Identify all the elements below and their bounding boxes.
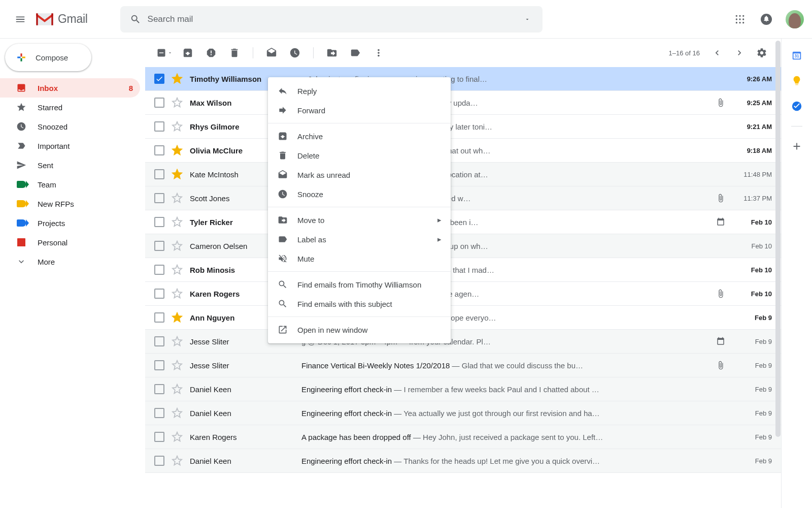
row-star[interactable] [172, 193, 183, 204]
row-checkbox[interactable] [154, 384, 164, 394]
search-options-button[interactable] [516, 8, 538, 30]
gmail-logo[interactable]: Gmail [35, 12, 88, 27]
row-checkbox[interactable] [154, 74, 164, 84]
ctx-mute[interactable]: Mute [268, 249, 451, 268]
search-button[interactable] [124, 8, 147, 30]
row-checkbox[interactable] [154, 241, 164, 251]
ctx-label-as[interactable]: Label as ▸ [268, 230, 451, 249]
select-all-button[interactable] [154, 43, 175, 63]
row-star[interactable] [172, 73, 183, 84]
row-star[interactable] [172, 360, 183, 371]
email-row[interactable]: Timothy Williamson o John, just confirmi… [145, 67, 781, 91]
email-row[interactable]: Ann Nguyen te across Horizontals, Vertic… [145, 306, 781, 330]
email-row[interactable]: Rhys Gilmore — Sounds like a plan. I sho… [145, 115, 781, 139]
search-input[interactable] [147, 14, 516, 25]
email-row[interactable]: Jesse Sliter g @ Dec 1, 2017 3pm - 4pm —… [145, 330, 781, 354]
sidebar-item-projects[interactable]: Projects [0, 213, 140, 233]
move-to-button[interactable] [322, 43, 342, 63]
sidebar-item-personal[interactable]: Personal [0, 233, 140, 252]
account-avatar[interactable] [786, 10, 804, 28]
row-star[interactable] [172, 336, 183, 347]
sidebar-item-snoozed[interactable]: Snoozed [0, 117, 140, 136]
archive-button[interactable] [178, 43, 198, 63]
keep-app-button[interactable] [791, 75, 802, 86]
ctx-mark-unread[interactable]: Mark as unread [268, 165, 451, 184]
email-row[interactable]: Olivia McClure — Yeah I completely agree… [145, 139, 781, 163]
email-row[interactable]: Daniel Keen Engineering effort check-in … [145, 401, 781, 425]
ctx-find-subject[interactable]: Find emails with this subject [268, 294, 451, 313]
ctx-find-from[interactable]: Find emails from Timothy Williamson [268, 275, 451, 294]
ctx-forward[interactable]: Forward [268, 101, 451, 120]
ctx-archive[interactable]: Archive [268, 126, 451, 146]
calendar-app-button[interactable]: 31 [791, 50, 802, 61]
labels-button[interactable] [345, 43, 365, 63]
row-star[interactable] [172, 312, 183, 323]
email-row[interactable]: Jesse Sliter Finance Vertical Bi-Weekly … [145, 354, 781, 377]
row-star[interactable] [172, 216, 183, 228]
row-checkbox[interactable] [154, 145, 164, 155]
row-star[interactable] [172, 407, 183, 419]
row-checkbox[interactable] [154, 217, 164, 227]
sidebar-item-team[interactable]: Team [0, 175, 140, 194]
row-checkbox[interactable] [154, 360, 164, 370]
scrollbar[interactable] [775, 41, 781, 437]
row-star[interactable] [172, 240, 183, 251]
apps-button[interactable] [729, 8, 751, 30]
row-star[interactable] [172, 121, 183, 132]
sidebar-item-more[interactable]: More [0, 252, 140, 271]
row-checkbox[interactable] [154, 289, 164, 299]
email-row[interactable]: Karen Rogers s year — Glad that we got t… [145, 282, 781, 306]
row-star[interactable] [172, 455, 183, 466]
delete-button[interactable] [224, 43, 245, 63]
row-checkbox[interactable] [154, 98, 164, 108]
row-checkbox[interactable] [154, 193, 164, 203]
main-menu-button[interactable] [8, 7, 32, 31]
row-checkbox[interactable] [154, 456, 164, 466]
row-star[interactable] [172, 431, 183, 442]
row-star[interactable] [172, 145, 183, 156]
row-checkbox[interactable] [154, 121, 164, 132]
tasks-app-button[interactable] [791, 101, 802, 112]
snooze-button[interactable] [285, 43, 305, 63]
row-checkbox[interactable] [154, 336, 164, 346]
more-actions-button[interactable] [368, 43, 389, 63]
row-checkbox[interactable] [154, 169, 164, 179]
compose-button[interactable]: Compose [5, 44, 91, 71]
email-row[interactable]: Daniel Keen Engineering effort check-in … [145, 377, 781, 401]
row-star[interactable] [172, 169, 183, 180]
row-star[interactable] [172, 264, 183, 275]
email-row[interactable]: Daniel Keen Engineering effort check-in … [145, 449, 781, 473]
ctx-reply[interactable]: Reply [268, 81, 451, 101]
email-row[interactable]: Scott Jones — Our budget last year for v… [145, 186, 781, 210]
mark-unread-button[interactable] [261, 43, 282, 63]
sidebar-item-inbox[interactable]: Inbox 8 [0, 78, 140, 98]
row-star[interactable] [172, 288, 183, 299]
ctx-snooze[interactable]: Snooze [268, 184, 451, 204]
prev-page-button[interactable] [707, 43, 727, 63]
sidebar-item-sent[interactable]: Sent [0, 155, 140, 175]
ctx-delete[interactable]: Delete [268, 146, 451, 165]
sidebar-item-new-rfps[interactable]: New RFPs [0, 194, 140, 213]
email-row[interactable]: Max Wilson s — Hi John, can you please r… [145, 91, 781, 115]
report-spam-button[interactable] [201, 43, 221, 63]
row-checkbox[interactable] [154, 408, 164, 418]
email-row[interactable]: Kate McIntosh der has been confirmed for… [145, 163, 781, 186]
sidebar-item-starred[interactable]: Starred [0, 98, 140, 117]
email-row[interactable]: Tyler Ricker Feb 5, 2018 2:00pm - 3:00pm… [145, 210, 781, 234]
row-time: 9:18 AM [732, 147, 772, 154]
sidebar-item-important[interactable]: Important [0, 136, 140, 155]
notifications-button[interactable] [755, 8, 777, 30]
row-checkbox[interactable] [154, 265, 164, 275]
row-star[interactable] [172, 384, 183, 395]
email-row[interactable]: Karen Rogers A package has been dropped … [145, 425, 781, 449]
row-checkbox[interactable] [154, 312, 164, 323]
next-page-button[interactable] [729, 43, 750, 63]
row-star[interactable] [172, 97, 183, 108]
ctx-move-to[interactable]: Move to ▸ [268, 210, 451, 230]
settings-button[interactable] [752, 43, 772, 63]
ctx-open-window[interactable]: Open in new window [268, 320, 451, 339]
email-row[interactable]: Cameron Oelsen available I slotted some … [145, 234, 781, 258]
add-app-button[interactable] [791, 141, 802, 152]
row-checkbox[interactable] [154, 432, 164, 442]
email-row[interactable]: Rob Minosis e proposal — Take a look ove… [145, 258, 781, 282]
